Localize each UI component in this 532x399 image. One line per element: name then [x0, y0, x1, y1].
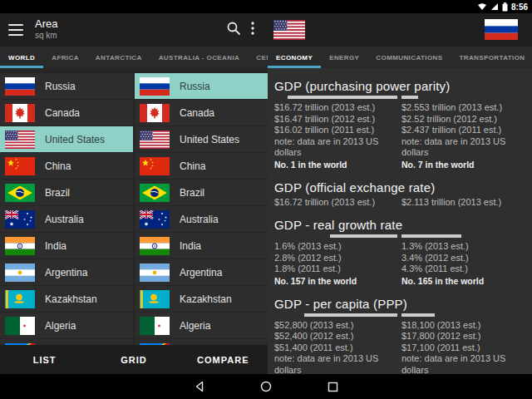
menu-icon[interactable]	[8, 24, 25, 36]
stat-line: 1.6% (2013 est.)	[274, 241, 397, 253]
country-name: China	[180, 160, 205, 172]
stat-line: $52,400 (2012 est.)	[274, 331, 397, 342]
tab-australia-oceania[interactable]: AUSTRALIA - OCEANIA	[150, 47, 249, 68]
country-row-india[interactable]: India	[0, 233, 133, 259]
country-row-congo-dr[interactable]	[0, 339, 133, 345]
stat-column-left: $16.72 trillion (2013 est.)$16.47 trilli…	[274, 102, 397, 170]
page-subtitle: sq km	[35, 31, 57, 40]
flag-india-icon	[5, 237, 35, 255]
stat-line: $16.72 trillion (2013 est.)	[274, 197, 397, 209]
compare-bar-right-cell	[401, 234, 529, 238]
country-name: Australia	[45, 214, 84, 225]
country-row-china[interactable]: China	[0, 153, 133, 179]
tab-energy[interactable]: ENERGY	[321, 47, 367, 68]
search-icon[interactable]	[226, 21, 241, 36]
compare-bar-row	[274, 313, 529, 317]
compare-bar-right-cell	[401, 96, 529, 99]
compare-bar-right	[401, 234, 461, 238]
compare-bar-row	[274, 234, 529, 238]
stat-line: $2.437 trillion (2011 est.)	[401, 125, 529, 136]
region-tab-strip: WORLDAFRICAANTARCTICAAUSTRALIA - OCEANIA…	[0, 47, 268, 68]
flag-algeria-icon	[5, 317, 35, 335]
flag-china-icon	[140, 157, 170, 175]
android-nav-bar	[0, 374, 532, 399]
stat-line: $16.02 trillion (2011 est.)	[274, 125, 397, 136]
overflow-menu-icon[interactable]	[250, 21, 255, 36]
tab-world[interactable]: WORLD	[0, 47, 43, 68]
stat-column-right: 1.3% (2013 est.)3.4% (2012 est.)4.3% (20…	[401, 241, 529, 287]
compare-section-gdp-per-capita-ppp: GDP - per capita (PPP)$52,800 (2013 est.…	[274, 297, 529, 375]
section-title: GDP (purchasing power parity)	[274, 79, 529, 93]
country-row-united-states[interactable]: United States	[135, 126, 268, 152]
flag-india-icon	[140, 237, 170, 255]
grid-button[interactable]: GRID	[89, 345, 178, 374]
home-icon	[260, 381, 272, 392]
stat-column-left: $16.72 trillion (2013 est.)	[274, 197, 397, 209]
section-columns: 1.6% (2013 est.)2.8% (2012 est.)1.8% (20…	[274, 241, 529, 287]
stat-line: $16.72 trillion (2013 est.)	[274, 102, 397, 114]
country-row-china[interactable]: China	[135, 153, 268, 179]
stat-line: 1.8% (2011 est.)	[274, 264, 397, 275]
country-row-canada[interactable]: Canada	[135, 100, 268, 126]
flag-australia-icon	[140, 210, 170, 229]
flag-argentina-icon	[140, 264, 170, 282]
tab-antarctica[interactable]: ANTARCTICA	[87, 47, 150, 68]
section-columns: $16.72 trillion (2013 est.)$16.47 trilli…	[274, 102, 529, 170]
country-row-united-states[interactable]: United States	[0, 126, 133, 152]
stat-line: $18,100 (2013 est.)	[401, 320, 529, 332]
recents-icon	[328, 382, 338, 392]
tab-central-america[interactable]: CENTRAL AMERICA	[248, 47, 268, 68]
stat-column-right: $2.553 trillion (2013 est.)$2.52 trillio…	[401, 102, 529, 170]
country-row-kazakhstan[interactable]: Kazakhstan	[0, 286, 133, 312]
country-row-russia[interactable]: Russia	[0, 73, 133, 99]
country-row-russia[interactable]: Russia	[135, 73, 268, 99]
country-row-india[interactable]: India	[135, 233, 268, 259]
country-lists[interactable]: RussiaCanadaUnited StatesChinaBrazilAust…	[0, 68, 268, 345]
country-name: Algeria	[45, 320, 76, 332]
country-row-kazakhstan[interactable]: Kazakhstan	[135, 286, 268, 312]
status-bar: 8:56	[0, 0, 532, 13]
recents-button[interactable]	[299, 374, 366, 399]
country-row-congo-dr[interactable]	[135, 339, 268, 345]
flag-russia-icon	[140, 77, 170, 96]
country-row-argentina[interactable]: Argentina	[135, 259, 268, 285]
compare-button[interactable]: COMPARE	[179, 345, 268, 374]
compare-bar-left-cell	[274, 96, 397, 99]
category-tab-strip: ECONOMYENERGYCOMMUNICATIONSTRANSPORTATIO…	[268, 47, 532, 68]
country-row-algeria[interactable]: Algeria	[0, 313, 133, 338]
country-row-argentina[interactable]: Argentina	[0, 259, 133, 285]
tab-communications[interactable]: COMMUNICATIONS	[367, 47, 451, 68]
left-country-flag[interactable]	[273, 20, 305, 40]
compare-bar-left	[304, 313, 397, 317]
country-row-canada[interactable]: Canada	[0, 100, 133, 126]
compare-bar-right	[401, 96, 418, 99]
country-name: United States	[45, 134, 105, 145]
country-row-australia[interactable]: Australia	[0, 206, 133, 232]
stat-line: note: data are in 2013 US dollars	[274, 136, 397, 159]
country-list-column-1: RussiaCanadaUnited StatesChinaBrazilAust…	[0, 73, 133, 345]
country-name: Russia	[180, 81, 210, 92]
tab-africa[interactable]: AFRICA	[43, 47, 87, 68]
country-name: Canada	[45, 107, 80, 119]
status-time: 8:56	[511, 2, 528, 12]
country-name: Brazil	[180, 187, 204, 199]
country-name: Kazakhstan	[180, 293, 232, 305]
country-name: Brazil	[45, 187, 70, 199]
country-row-brazil[interactable]: Brazil	[0, 180, 133, 205]
compare-panel[interactable]: GDP (purchasing power parity)$16.72 tril…	[268, 68, 532, 374]
country-row-brazil[interactable]: Brazil	[135, 180, 268, 205]
stat-line: $51,400 (2011 est.)	[274, 342, 397, 354]
page-title: Area	[35, 17, 57, 30]
home-button[interactable]	[233, 374, 299, 399]
back-button[interactable]	[166, 374, 233, 399]
country-name: India	[180, 240, 201, 252]
right-country-flag[interactable]	[485, 19, 518, 40]
country-row-algeria[interactable]: Algeria	[135, 313, 268, 338]
country-row-australia[interactable]: Australia	[135, 206, 268, 232]
flag-china-icon	[5, 157, 35, 175]
flag-algeria-icon	[140, 317, 170, 335]
list-button[interactable]: LIST	[0, 345, 89, 374]
tab-economy[interactable]: ECONOMY	[268, 47, 321, 68]
stat-line: 3.4% (2012 est.)	[401, 253, 529, 264]
tab-transportation[interactable]: TRANSPORTATION	[451, 47, 532, 68]
